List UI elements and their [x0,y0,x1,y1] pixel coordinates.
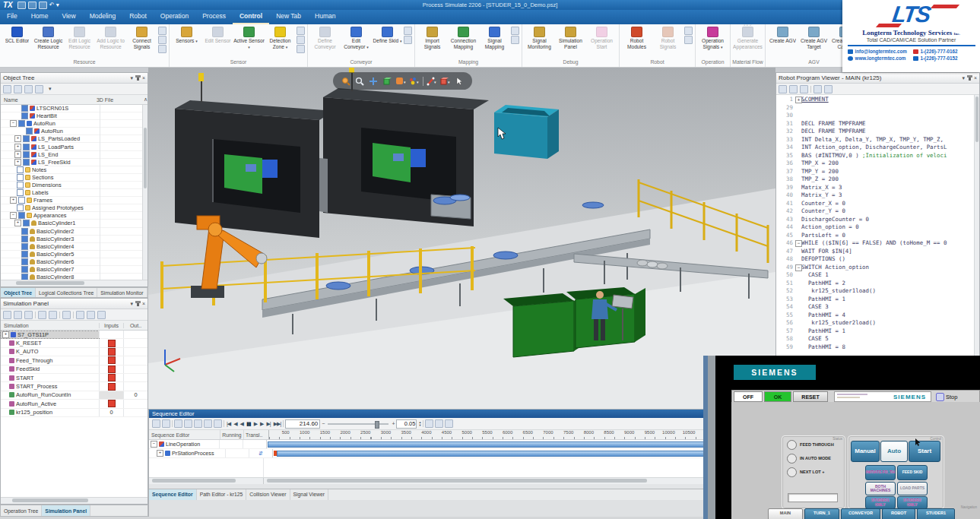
save-panel-icon[interactable] [87,311,95,319]
signal-on-indicator[interactable] [108,356,116,364]
step-forward-icon[interactable] [800,85,808,93]
timeline-ruler[interactable]: 5001000150020002500300035004000450050005… [269,430,775,439]
code-vertical-scrollbar[interactable] [974,95,979,356]
robot-tools-icon[interactable] [684,36,693,44]
zoom-fit-icon[interactable] [194,419,202,428]
visibility-checkbox[interactable] [21,251,28,258]
tree-item-labels[interactable]: Labels [1,189,147,197]
visibility-checkbox[interactable] [21,236,28,242]
hmi-button-load-parts[interactable]: LOAD PARTS [897,482,928,495]
ribbon-button-operation-signals[interactable]: Operation Signals ▾ [697,25,728,50]
visibility-checkbox[interactable] [21,258,28,265]
ribbon-button-signal-monitoring[interactable]: Signal Monitoring [524,25,555,50]
zoom-in-icon[interactable] [174,419,182,428]
zoom-window-icon[interactable] [354,76,365,87]
hmi-button-studer2-only[interactable]: STUDER2 ONLY [897,496,928,509]
center-view-icon[interactable] [824,85,833,93]
scroll-up-icon[interactable]: ∧ [144,97,147,103]
lot-number-input[interactable] [788,493,838,502]
menu-tab-file[interactable]: File [0,10,24,24]
move-signal-icon[interactable] [24,311,33,319]
menu-tab-home[interactable]: Home [24,10,56,24]
visibility-checkbox[interactable] [26,128,33,134]
tree-item-basiccylinder1[interactable]: + BasicCylinder1 [1,220,147,227]
hmi-button-initiate-fd-th[interactable]: INITIATE FD_TH [865,465,896,480]
column-simulation[interactable]: Simulation [1,323,99,328]
panel-menu-icon[interactable]: ▾ [962,75,965,81]
hmi-button-both-machines[interactable]: BOTH MACHINES [865,482,896,495]
tree-item-basiccylinder5[interactable]: BasicCylinder5 [1,251,147,258]
hmi-button-start[interactable]: Start [909,441,940,462]
ribbon-button-simulation-panel[interactable]: Simulation Panel [555,25,586,50]
visibility-checkbox[interactable] [21,266,28,273]
column-running[interactable]: Running [220,430,244,439]
view-options-icon[interactable] [49,311,57,319]
tree-item-notes[interactable]: Notes [1,166,147,174]
ribbon-button-create-logic-resource[interactable]: Create Logic Resource [33,25,64,50]
fold-toggle-icon[interactable]: − [795,240,802,247]
visibility-checkbox[interactable] [23,220,30,226]
nav-button-turn-1[interactable]: TURN_1 [804,508,839,519]
visibility-checkbox[interactable] [17,166,24,173]
remove-signal-icon[interactable] [14,311,22,319]
signal-on-indicator[interactable] [108,400,116,407]
step-forward-icon[interactable]: ▶ [259,421,264,427]
collapse-icon[interactable]: − [151,441,157,448]
ribbon-button-connection-mapping[interactable]: Connection Mapping [448,25,479,50]
visibility-checkbox[interactable] [18,120,25,127]
tree-item-ls-freeskid[interactable]: + LS_FreeSkid [1,159,147,166]
visibility-checkbox[interactable] [17,189,24,196]
visibility-checkbox[interactable] [21,112,28,119]
signal-on-indicator[interactable] [108,383,116,391]
gantt-bar[interactable] [268,441,773,448]
attach-program-icon[interactable] [779,85,787,93]
status-radio-icon[interactable] [787,467,797,477]
signal-row-s7-gts11p[interactable]: + S7_GTS11P [1,331,147,339]
interval-spinner[interactable]: ▲▼ [418,421,421,427]
toolbar-more-icon[interactable]: ▾ [49,86,52,92]
column-transl[interactable]: Transl.. [244,430,269,439]
pin-icon[interactable] [137,75,139,81]
collision-mode-icon[interactable]: ▾ [440,76,451,87]
pin-icon[interactable] [137,301,139,306]
menu-tab-process[interactable]: Process [195,10,233,24]
hmi-button-auto[interactable]: Auto [880,441,908,462]
capture-icon[interactable] [24,85,33,93]
ribbon-button-connect-signals[interactable]: Connect Signals [126,25,157,50]
close-icon[interactable]: × [142,301,145,306]
mapping-export-icon[interactable] [511,27,519,35]
tree-item-frames[interactable]: + Frames [1,197,147,204]
interval-field[interactable]: 0.05 [396,419,417,429]
chart-icon[interactable] [435,419,443,428]
tab-signal-viewer[interactable]: Signal Viewer [290,489,328,500]
edit-panel-icon[interactable] [97,311,106,319]
step-backward-icon[interactable]: ◀ [233,421,237,427]
ribbon-button-edit-sensor[interactable]: Edit Sensor [202,25,233,50]
ribbon-button-robot-signals[interactable]: Robot Signals [652,25,683,50]
new-folder-icon[interactable] [14,85,22,93]
tree-item-basiccylinder2[interactable]: BasicCylinder2 [1,228,147,236]
tree-item-appearances[interactable]: − Appearances [1,212,147,220]
stop-button[interactable]: Stop [936,393,957,401]
sensor-scope-icon[interactable] [297,45,305,53]
expand-icon[interactable]: + [2,331,9,338]
menu-tab-modeling[interactable]: Modeling [83,10,123,24]
shading-mode-icon[interactable]: ▾ [395,76,406,87]
object-tree-list[interactable]: LTSCRN01S HeartBit − AutoRun AutoRun + L… [1,105,147,280]
tree-item-ls-partsloaded[interactable]: + LS_PartsLoaded [1,135,147,143]
visibility-checkbox[interactable] [21,105,28,112]
nav-button-main[interactable]: MAIN [768,508,803,519]
zoom-selection-icon[interactable] [204,419,212,428]
ribbon-button-detection-zone[interactable]: Detection Zone ▾ [265,25,296,50]
sensor-color-icon[interactable] [297,36,305,44]
tree-vertical-scrollbar[interactable] [142,105,147,280]
panel-menu-icon[interactable]: ▾ [130,301,133,307]
mapping-import-icon[interactable] [511,36,519,44]
tree-item-basiccylinder4[interactable]: BasicCylinder4 [1,243,147,251]
view-mode-icon[interactable] [38,311,46,319]
signal-row-autorun-runcountin[interactable]: AutoRun_RunCountIn 0 [1,391,147,400]
simulation-time-field[interactable]: 214.60 [285,419,320,429]
view-cube-icon[interactable] [382,76,392,87]
expand-icon[interactable]: + [10,197,17,204]
link-operations-icon[interactable] [152,419,160,428]
